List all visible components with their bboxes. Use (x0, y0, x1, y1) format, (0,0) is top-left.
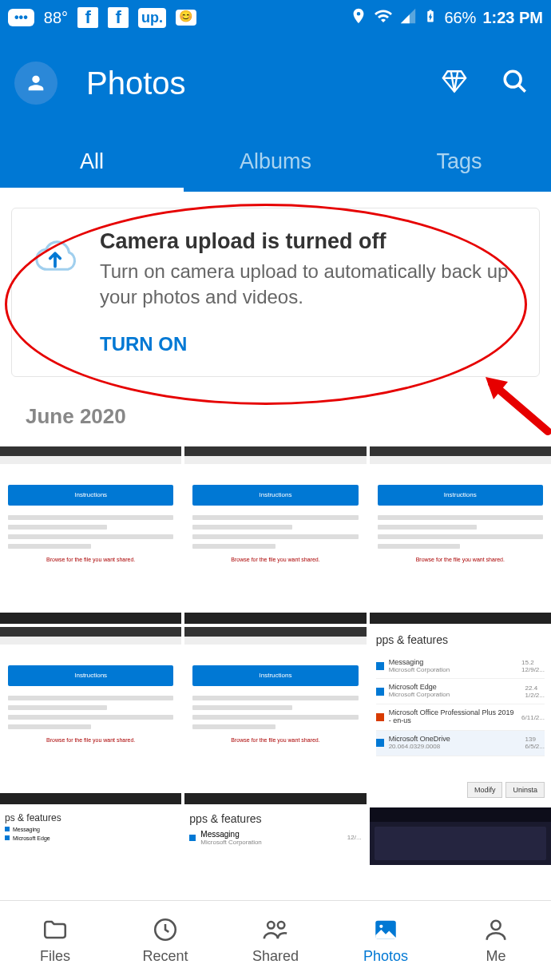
tab-tags[interactable]: Tags (367, 131, 551, 192)
battery-percent: 66% (444, 9, 476, 27)
cloud-upload-icon (31, 229, 79, 355)
app-date: 6/5/2... (525, 743, 545, 750)
svg-point-3 (278, 922, 285, 929)
app-date: 6/11/2... (521, 714, 545, 721)
app-size: 15.2 (521, 659, 545, 666)
app-vendor: Microsoft Corporation (200, 839, 343, 846)
app-name: Microsoft Edge (13, 835, 50, 841)
battery-icon (423, 6, 438, 30)
nav-recent[interactable]: Recent (110, 901, 220, 980)
app-vendor: 20.064.0329.0008 (389, 744, 521, 751)
app-size: 22.4 (525, 684, 545, 692)
card-description: Turn on camera upload to automatically b… (100, 259, 520, 311)
nav-label: Me (486, 948, 505, 965)
app-vendor: Microsoft Corporation (389, 667, 517, 674)
photo-thumbnail[interactable]: InstructionsBrowse for the file you want… (0, 446, 181, 624)
camera-upload-card: Camera upload is turned off Turn on came… (11, 208, 540, 377)
apps-title: ps & features (5, 812, 176, 823)
photo-thumbnail[interactable]: InstructionsBrowse for the file you want… (370, 446, 551, 624)
photo-thumbnail[interactable]: InstructionsBrowse for the file you want… (184, 627, 366, 804)
app-name: Messaging (13, 827, 40, 832)
temperature: 88° (44, 9, 68, 27)
svg-point-5 (379, 925, 383, 928)
app-date: 12/9/2... (521, 666, 545, 673)
tab-albums[interactable]: Albums (184, 131, 367, 192)
nav-photos[interactable]: Photos (331, 901, 441, 980)
app-date: 1/2/2... (525, 692, 545, 699)
app-size: 139 (525, 736, 545, 743)
status-right: 66% 1:23 PM (350, 6, 543, 30)
premium-icon[interactable] (441, 68, 468, 98)
photo-thumbnail[interactable]: pps & features MessagingMicrosoft Corpor… (370, 627, 551, 804)
status-left: ••• 88° f f up. (8, 7, 206, 28)
nav-label: Files (40, 948, 70, 965)
person-icon (482, 916, 509, 943)
wifi-icon (374, 6, 393, 30)
svg-point-6 (491, 921, 500, 930)
photo-thumbnail[interactable]: ps & features Messaging Microsoft Edge (0, 807, 181, 865)
nav-shared[interactable]: Shared (220, 901, 331, 980)
bottom-nav: Files Recent Shared Photos Me (0, 900, 551, 980)
modify-button: Modify (467, 782, 503, 798)
svg-point-0 (505, 71, 521, 87)
clock: 1:23 PM (482, 9, 543, 27)
content: Camera upload is turned off Turn on came… (0, 192, 551, 900)
nav-files[interactable]: Files (0, 901, 110, 980)
section-header: June 2020 (26, 404, 540, 429)
facebook-icon: f (77, 7, 98, 28)
nav-label: Shared (252, 948, 299, 965)
app-header: Photos (0, 35, 551, 131)
account-avatar[interactable] (14, 61, 57, 105)
sms-icon (176, 10, 196, 26)
app-name: Microsoft Office Professional Plus 2019 … (389, 709, 517, 725)
card-title: Camera upload is turned off (100, 229, 520, 254)
folder-icon (42, 916, 69, 943)
facebook-icon: f (108, 7, 129, 28)
signal-icon (399, 7, 417, 29)
apps-title: pps & features (376, 633, 545, 646)
people-icon (262, 916, 289, 943)
page-title: Photos (86, 65, 412, 101)
photo-icon (372, 916, 399, 943)
svg-point-2 (268, 922, 275, 929)
status-bar: ••• 88° f f up. 66% 1:23 PM (0, 0, 551, 35)
turn-on-button[interactable]: TURN ON (100, 333, 520, 355)
tab-all[interactable]: All (0, 131, 184, 192)
nav-me[interactable]: Me (441, 901, 551, 980)
photo-thumbnail[interactable]: InstructionsBrowse for the file you want… (184, 446, 366, 624)
nav-label: Recent (142, 948, 188, 965)
upwork-icon: up. (138, 8, 166, 28)
uninstall-button: Uninsta (505, 782, 545, 798)
app-date: 12/... (347, 834, 362, 841)
nav-label: Photos (363, 948, 408, 965)
app-vendor: Microsoft Corporation (389, 692, 521, 699)
photo-thumbnail[interactable]: pps & features MessagingMicrosoft Corpor… (184, 807, 366, 865)
app-name: Messaging (200, 830, 343, 839)
clock-icon (152, 916, 179, 943)
photo-thumbnail[interactable] (370, 807, 551, 865)
location-icon (350, 7, 367, 29)
notification-pill-icon: ••• (8, 9, 34, 26)
photo-grid: InstructionsBrowse for the file you want… (0, 446, 551, 804)
apps-title: pps & features (189, 812, 361, 825)
search-icon[interactable] (501, 68, 529, 98)
tabs: All Albums Tags (0, 131, 551, 192)
photo-thumbnail[interactable]: InstructionsBrowse for the file you want… (0, 627, 181, 804)
